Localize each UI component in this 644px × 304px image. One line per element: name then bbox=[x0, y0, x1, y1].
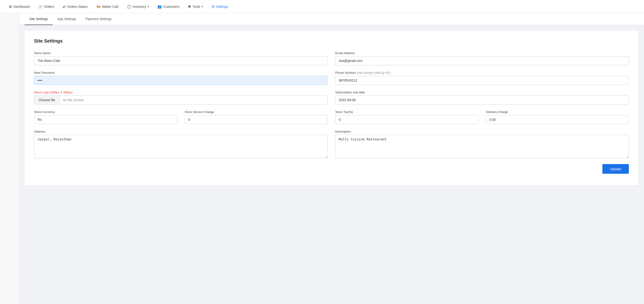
nav-inventory[interactable]: 📋 Inventory bbox=[124, 2, 152, 11]
tab-payment-settings[interactable]: Payment Settings bbox=[81, 13, 116, 25]
new-password-group: New Password bbox=[34, 71, 328, 85]
address-label: Address bbox=[34, 130, 328, 133]
store-tax-label: Store Tax(%) bbox=[335, 110, 478, 114]
form-row-3: Store Logo (358px X 358px) Choose file N… bbox=[34, 90, 629, 104]
new-password-input[interactable] bbox=[34, 76, 328, 85]
customers-icon: 👥 bbox=[158, 4, 162, 9]
delivery-charge-label: Delivery Charge bbox=[486, 110, 629, 114]
store-name-input[interactable] bbox=[34, 56, 328, 65]
tools-icon: ✖ bbox=[188, 4, 191, 9]
store-service-charge-group: Store Service Charge bbox=[185, 110, 328, 124]
form-row-1: Store Name Email Address bbox=[34, 51, 629, 65]
store-logo-group: Store Logo (358px X 358px) Choose file N… bbox=[34, 90, 328, 104]
delivery-charge-group: Delivery Charge bbox=[486, 110, 629, 124]
nav-settings[interactable]: ⚙ Settings bbox=[208, 2, 232, 11]
navbar: ⊞ Dashboard 🛒 Orders ⇄ Orders Status 🧑‍🍳… bbox=[0, 0, 644, 13]
orders-icon: 🛒 bbox=[38, 4, 43, 9]
dashboard-icon: ⊞ bbox=[9, 4, 12, 9]
delivery-charge-input[interactable] bbox=[486, 115, 629, 124]
subscription-end-date-input[interactable] bbox=[335, 96, 629, 104]
new-password-label: New Password bbox=[34, 71, 328, 74]
description-group: Description Multi Cuisine Restaurant bbox=[335, 130, 629, 158]
form-section-title: Site Settings bbox=[34, 38, 629, 44]
sidebar bbox=[0, 13, 19, 304]
inventory-icon: 📋 bbox=[127, 4, 131, 9]
orders-status-icon: ⇄ bbox=[63, 4, 66, 9]
update-button[interactable]: Update bbox=[602, 164, 629, 174]
phone-number-label: Phone Number (with country code:Eg:+91) bbox=[335, 71, 629, 74]
store-currency-label: Store Currency bbox=[34, 110, 177, 114]
tab-app-settings[interactable]: App Settings bbox=[53, 13, 81, 25]
store-name-group: Store Name bbox=[34, 51, 328, 65]
nav-orders-status-label: Orders Status bbox=[67, 5, 88, 8]
email-address-group: Email Address bbox=[335, 51, 629, 65]
waiter-call-icon: 🧑‍🍳 bbox=[96, 4, 101, 9]
nav-tools-label: Tools bbox=[192, 5, 200, 8]
store-tax-group: Store Tax(%) bbox=[335, 110, 478, 124]
settings-icon: ⚙ bbox=[212, 4, 215, 9]
tabs-bar: Site Settings App Settings Payment Setti… bbox=[19, 13, 644, 25]
store-currency-group: Store Currency bbox=[34, 110, 177, 124]
address-input[interactable]: Jaipur, Rajasthan bbox=[34, 135, 328, 158]
store-currency-input[interactable] bbox=[34, 115, 177, 124]
nav-orders[interactable]: 🛒 Orders bbox=[35, 2, 58, 11]
store-logo-label: Store Logo (358px X 358px) bbox=[34, 90, 328, 94]
description-input[interactable]: Multi Cuisine Restaurant bbox=[335, 135, 629, 158]
nav-inventory-label: Inventory bbox=[133, 5, 146, 8]
nav-waiter-call-label: Waiter Call bbox=[102, 5, 118, 8]
layout: Site Settings App Settings Payment Setti… bbox=[0, 13, 644, 304]
nav-dashboard[interactable]: ⊞ Dashboard bbox=[6, 2, 33, 11]
subscription-end-date-label: Subscription end date bbox=[335, 90, 629, 94]
store-tax-input[interactable] bbox=[335, 115, 478, 124]
phone-number-hint: (with country code:Eg:+91) bbox=[357, 71, 390, 74]
nav-tools[interactable]: ✖ Tools bbox=[185, 2, 206, 11]
form-row-4: Store Currency Store Service Charge Stor… bbox=[34, 110, 629, 124]
nav-customers-label: Customers bbox=[163, 5, 180, 8]
phone-number-input[interactable] bbox=[335, 76, 629, 85]
choose-file-button[interactable]: Choose file bbox=[34, 96, 60, 104]
nav-waiter-call[interactable]: 🧑‍🍳 Waiter Call bbox=[93, 2, 122, 11]
update-btn-row: Update bbox=[34, 164, 629, 174]
subscription-end-date-group: Subscription end date bbox=[335, 90, 629, 104]
phone-number-group: Phone Number (with country code:Eg:+91) bbox=[335, 71, 629, 85]
email-address-label: Email Address bbox=[335, 51, 629, 55]
nav-settings-label: Settings bbox=[216, 5, 228, 8]
nav-customers[interactable]: 👥 Customers bbox=[154, 2, 183, 11]
address-group: Address Jaipur, Rajasthan bbox=[34, 130, 328, 158]
nav-orders-status[interactable]: ⇄ Orders Status bbox=[59, 2, 91, 11]
tab-site-settings[interactable]: Site Settings bbox=[24, 13, 53, 25]
nav-dashboard-label: Dashboard bbox=[14, 5, 30, 8]
description-label: Description bbox=[335, 130, 629, 133]
form-row-2: New Password Phone Number (with country … bbox=[34, 71, 629, 85]
site-settings-form: Site Settings Store Name Email Address bbox=[24, 31, 638, 185]
main-content: Site Settings App Settings Payment Setti… bbox=[19, 13, 644, 304]
store-service-charge-input[interactable] bbox=[185, 115, 328, 124]
nav-orders-label: Orders bbox=[44, 5, 54, 8]
store-name-label: Store Name bbox=[34, 51, 328, 55]
store-service-charge-label: Store Service Charge bbox=[185, 110, 328, 114]
form-row-5: Address Jaipur, Rajasthan Description Mu… bbox=[34, 130, 629, 158]
file-name-display: No file chosen bbox=[60, 96, 328, 104]
email-address-input[interactable] bbox=[335, 56, 629, 65]
file-input-wrapper: Choose file No file chosen bbox=[34, 96, 328, 104]
